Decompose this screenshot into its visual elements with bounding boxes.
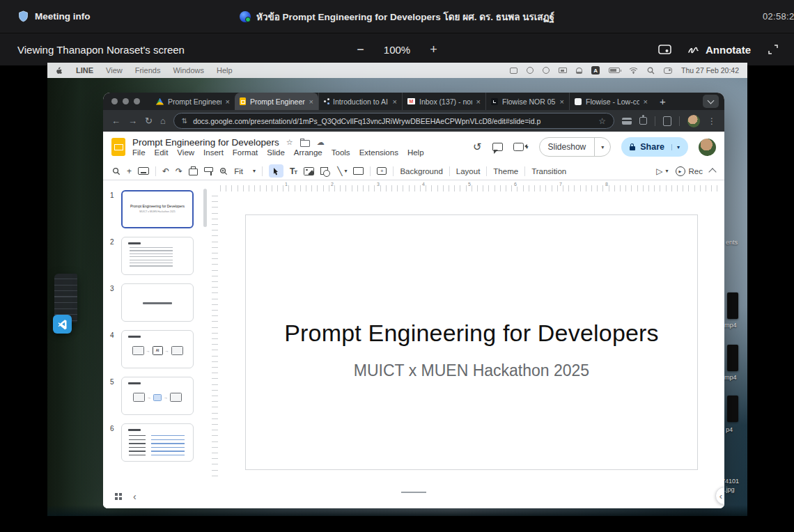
tab-flowise-lowcode[interactable]: Flowise - Low-code × <box>569 93 653 110</box>
slide-thumbnail-1[interactable]: Prompt Engineering for Developers MUICT … <box>121 190 194 228</box>
meeting-info-button[interactable]: Meeting info <box>18 10 91 22</box>
new-tab-button[interactable]: + <box>660 95 666 107</box>
select-tool-button[interactable] <box>269 164 283 178</box>
slide-thumbnail-5[interactable]: → → <box>121 377 194 415</box>
zoom-in-button[interactable]: + <box>430 42 437 57</box>
menu-file[interactable]: File <box>132 148 146 157</box>
slide-thumbnail-2[interactable] <box>121 237 194 275</box>
tab-close-icon[interactable]: × <box>644 97 648 106</box>
undo-icon[interactable]: ↶ <box>162 166 169 176</box>
tab-close-icon[interactable]: × <box>226 97 230 106</box>
insert-line-button[interactable]: ╲▾ <box>337 166 347 176</box>
slide-thumbnail-4[interactable]: → AI → <box>121 330 194 368</box>
filmstrip-scrollbar[interactable] <box>203 189 207 227</box>
insert-image-icon[interactable] <box>304 167 314 175</box>
menu-help[interactable]: Help <box>407 148 424 157</box>
input-source-icon[interactable]: A <box>591 66 600 75</box>
screen-mirroring-icon[interactable] <box>510 68 517 74</box>
menubar-item-windows[interactable]: Windows <box>173 66 204 75</box>
share-button[interactable]: Share ▾ <box>621 137 688 157</box>
url-text[interactable]: docs.google.com/presentation/d/1mPs_Q3Qd… <box>193 117 593 125</box>
apple-menu-icon[interactable] <box>56 66 63 75</box>
fast-user-switch-icon[interactable] <box>576 68 582 74</box>
collapse-toolbar-icon[interactable] <box>708 168 716 175</box>
tab-inbox[interactable]: M Inbox (137) - nor.tha × <box>402 93 485 110</box>
bookmark-star-icon[interactable]: ☆ <box>598 116 606 126</box>
slideshow-dropdown[interactable]: ▾ <box>594 138 610 156</box>
menu-extensions[interactable]: Extensions <box>359 148 398 157</box>
tab-flowise-nor[interactable]: Flowise NOR 05 - La × <box>485 93 569 110</box>
laser-pointer-button[interactable]: ▷▾ <box>656 166 668 176</box>
theme-button[interactable]: Theme <box>493 167 518 175</box>
clock-status-icon[interactable] <box>543 67 550 74</box>
meet-button[interactable]: ▾ <box>513 143 529 151</box>
wallet-icon[interactable] <box>622 118 632 125</box>
slide-thumbnail-3[interactable] <box>121 283 194 322</box>
grid-view-icon[interactable] <box>115 493 118 496</box>
current-slide[interactable]: Prompt Engineering for Developers MUICT … <box>245 214 698 470</box>
wifi-icon[interactable] <box>629 67 638 74</box>
slides-app-icon[interactable] <box>111 138 125 156</box>
zoom-add-icon[interactable]: + <box>127 166 132 176</box>
share-dropdown[interactable]: ▾ <box>671 144 680 150</box>
status-app-icon[interactable] <box>527 67 534 74</box>
menubar-item-friends[interactable]: Friends <box>135 66 161 75</box>
site-settings-icon[interactable]: ⇅ <box>182 117 187 125</box>
search-menus-icon[interactable] <box>112 167 120 175</box>
side-panel-toggle-button[interactable]: ‹ <box>715 487 724 505</box>
home-button[interactable]: ⌂ <box>160 116 166 126</box>
add-comment-icon[interactable]: + <box>377 167 387 175</box>
star-doc-icon[interactable]: ☆ <box>286 138 293 147</box>
desktop-file-label[interactable]: p4 <box>726 426 733 433</box>
print-icon[interactable] <box>189 169 198 175</box>
pinned-extension-icon[interactable] <box>663 116 671 126</box>
desktop-file-label[interactable]: .jpg <box>724 486 735 493</box>
zoom-out-button[interactable]: − <box>357 42 364 57</box>
layout-button[interactable]: Layout <box>456 167 481 175</box>
insert-shape-icon[interactable] <box>320 167 328 175</box>
annotate-button[interactable]: Annotate <box>688 44 751 56</box>
present-screen-icon[interactable] <box>138 167 149 175</box>
browser-menu-icon[interactable]: ⋮ <box>708 116 716 126</box>
tab-close-icon[interactable]: × <box>476 97 481 106</box>
zoom-fit-select[interactable]: Fit▾ <box>234 167 256 175</box>
paint-format-icon[interactable] <box>204 167 213 172</box>
insert-textbox-icon[interactable] <box>353 167 364 175</box>
doc-title[interactable]: Prompt Engineering for Developers <box>132 137 279 148</box>
menu-tools[interactable]: Tools <box>332 148 350 157</box>
menu-arrange[interactable]: Arrange <box>294 148 322 157</box>
collapse-filmstrip-icon[interactable]: ‹ <box>133 491 137 502</box>
menu-slide[interactable]: Slide <box>267 148 285 157</box>
desktop-video-file-icon[interactable] <box>727 292 738 319</box>
slide-title-text[interactable]: Prompt Engineering for Developers <box>246 320 697 347</box>
menubar-item-view[interactable]: View <box>106 66 123 75</box>
desktop-file-label[interactable]: mp4 <box>724 322 737 329</box>
desktop-file-label[interactable]: ents <box>726 239 738 246</box>
menu-format[interactable]: Format <box>233 148 258 157</box>
browser-profile-avatar[interactable] <box>687 115 700 127</box>
close-window-button[interactable] <box>111 98 118 104</box>
vscode-dock-icon[interactable] <box>53 315 72 334</box>
tab-close-icon[interactable]: × <box>393 97 397 106</box>
record-button[interactable]: ▶Rec <box>676 166 703 176</box>
tab-search-button[interactable] <box>703 95 719 108</box>
tab-close-icon[interactable]: × <box>560 97 564 106</box>
transition-button[interactable]: Transition <box>531 167 566 175</box>
tab-prompt-engineering-1[interactable]: Prompt Engineering × <box>151 93 235 110</box>
account-avatar[interactable] <box>699 139 716 156</box>
version-history-icon[interactable]: ↺ <box>473 141 482 153</box>
mac-clock[interactable]: Thu 27 Feb 20:42 <box>681 66 739 75</box>
speaker-notes-handle[interactable] <box>401 492 426 493</box>
menu-insert[interactable]: Insert <box>203 148 224 157</box>
address-bar[interactable]: ⇅ docs.google.com/presentation/d/1mPs_Q3… <box>173 113 614 129</box>
zoom-icon[interactable] <box>219 167 228 175</box>
display-icon[interactable] <box>658 45 671 55</box>
slideshow-button[interactable]: Slideshow ▾ <box>539 137 612 157</box>
menu-edit[interactable]: Edit <box>155 148 169 157</box>
reload-button[interactable]: ↻ <box>145 116 153 126</box>
menubar-item-help[interactable]: Help <box>217 66 233 75</box>
maximize-window-button[interactable] <box>134 98 140 104</box>
tab-close-icon[interactable]: × <box>309 97 313 106</box>
desktop-file-label[interactable]: mp4 <box>724 374 737 381</box>
slide-subtitle-text[interactable]: MUICT x MUEN Hackathon 2025 <box>246 361 697 380</box>
